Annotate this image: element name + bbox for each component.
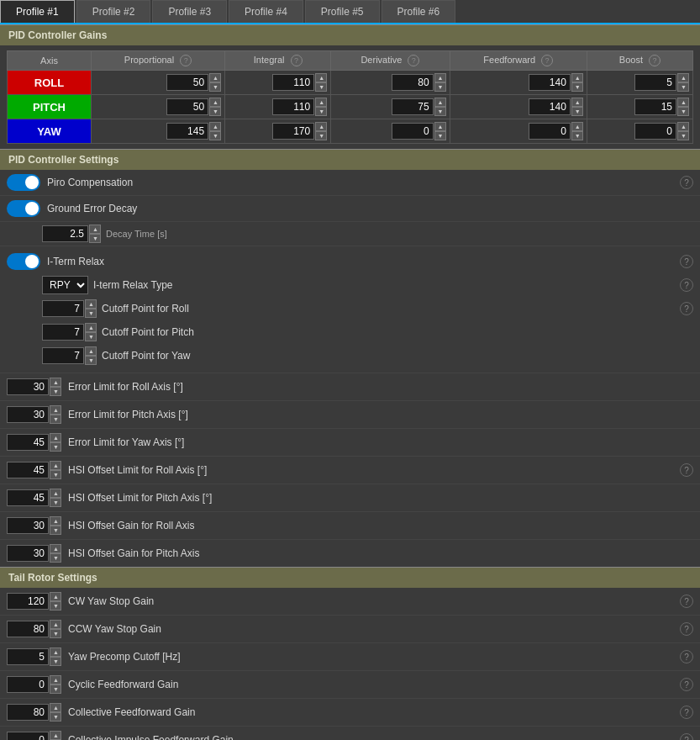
boost-input-roll[interactable] (634, 74, 676, 91)
hsi_offset_roll-help-btn[interactable]: ? (680, 463, 693, 477)
integral-up-pitch[interactable]: ▲ (315, 98, 327, 107)
integral-spin-pitch[interactable]: ▲ ▼ (229, 98, 327, 116)
tail-input-4[interactable] (7, 704, 49, 721)
boost-up-pitch[interactable]: ▲ (677, 98, 689, 107)
proportional-up-pitch[interactable]: ▲ (209, 98, 221, 107)
iterm-type-help-btn[interactable]: ? (680, 278, 693, 292)
error_limit_pitch-spin[interactable]: ▲ ▼ (7, 405, 61, 424)
tail-input-3[interactable] (7, 676, 49, 693)
hsi_gain_roll-down[interactable]: ▼ (50, 526, 61, 535)
piro-toggle[interactable] (7, 174, 40, 191)
feedforward-info-icon[interactable]: ? (541, 55, 553, 66)
tail-help-5[interactable]: ? (680, 733, 693, 740)
error_limit_roll-spin[interactable]: ▲ ▼ (7, 378, 61, 396)
derivative-down-roll[interactable]: ▼ (434, 82, 446, 92)
tail-down-2[interactable]: ▼ (50, 657, 61, 666)
boost-input-yaw[interactable] (634, 123, 676, 140)
tail-input-1[interactable] (7, 621, 49, 637)
tail-spin-0[interactable]: ▲ ▼ (7, 592, 61, 610)
tail-up-5[interactable]: ▲ (50, 731, 61, 740)
tail-spin-3[interactable]: ▲ ▼ (7, 675, 61, 694)
tab-profile3[interactable]: Profile #3 (152, 0, 227, 23)
hsi_gain_pitch-input[interactable] (7, 545, 49, 562)
integral-spin-yaw[interactable]: ▲ ▼ (229, 122, 327, 140)
hsi_gain_roll-spin[interactable]: ▲ ▼ (7, 516, 61, 535)
tail-help-4[interactable]: ? (680, 706, 693, 719)
tail-spin-4[interactable]: ▲ ▼ (7, 703, 61, 722)
boost-up-yaw[interactable]: ▲ (677, 122, 689, 131)
error_limit_pitch-down[interactable]: ▼ (50, 415, 61, 424)
tail-up-1[interactable]: ▲ (50, 620, 61, 629)
derivative-info-icon[interactable]: ? (408, 55, 419, 66)
error_limit_yaw-down[interactable]: ▼ (50, 442, 61, 452)
error_limit_roll-input[interactable] (7, 378, 49, 395)
boost-spin-pitch[interactable]: ▲ ▼ (591, 98, 689, 116)
proportional-up-yaw[interactable]: ▲ (209, 122, 221, 131)
proportional-input-yaw[interactable] (166, 123, 208, 140)
tab-profile4[interactable]: Profile #4 (229, 0, 303, 23)
hsi_offset_pitch-down[interactable]: ▼ (50, 498, 61, 507)
derivative-up-pitch[interactable]: ▲ (434, 98, 446, 107)
error_limit_yaw-up[interactable]: ▲ (50, 433, 61, 442)
boost-down-yaw[interactable]: ▼ (677, 131, 689, 140)
tail-input-5[interactable] (7, 732, 49, 740)
derivative-input-pitch[interactable] (392, 98, 434, 115)
derivative-spin-roll[interactable]: ▲ ▼ (334, 73, 445, 92)
error_limit_roll-down[interactable]: ▼ (50, 387, 61, 396)
feedforward-spin-yaw[interactable]: ▲ ▼ (454, 122, 583, 140)
tail-down-4[interactable]: ▼ (50, 712, 61, 722)
cutoff-pitch-down[interactable]: ▼ (85, 332, 97, 341)
tail-help-1[interactable]: ? (680, 622, 693, 636)
cutoff-yaw-spin[interactable]: ▲ ▼ (42, 346, 97, 365)
cutoff-roll-spin[interactable]: ▲ ▼ (42, 299, 97, 318)
tab-profile5[interactable]: Profile #5 (305, 0, 380, 23)
boost-spin-yaw[interactable]: ▲ ▼ (591, 122, 689, 140)
derivative-down-yaw[interactable]: ▼ (434, 131, 446, 140)
cutoff-roll-down[interactable]: ▼ (85, 309, 97, 318)
integral-spin-roll[interactable]: ▲ ▼ (229, 73, 327, 92)
integral-down-roll[interactable]: ▼ (315, 82, 327, 92)
tail-up-0[interactable]: ▲ (50, 592, 61, 601)
ground-decay-spin[interactable]: ▲ ▼ (42, 225, 101, 243)
derivative-spin-yaw[interactable]: ▲ ▼ (334, 122, 445, 140)
derivative-up-yaw[interactable]: ▲ (434, 122, 446, 131)
ground-decay-up[interactable]: ▲ (89, 225, 101, 234)
piro-help-btn[interactable]: ? (680, 176, 693, 189)
boost-spin-roll[interactable]: ▲ ▼ (591, 73, 689, 92)
hsi_offset_roll-spin[interactable]: ▲ ▼ (7, 461, 61, 479)
tail-spin-2[interactable]: ▲ ▼ (7, 648, 61, 666)
iterm-toggle-track[interactable] (7, 253, 40, 270)
integral-down-pitch[interactable]: ▼ (315, 107, 327, 116)
ground-decay-down[interactable]: ▼ (89, 234, 101, 243)
iterm-toggle[interactable] (7, 253, 40, 270)
cutoff-yaw-down[interactable]: ▼ (85, 356, 97, 365)
cutoff-yaw-up[interactable]: ▲ (85, 346, 97, 356)
error_limit_pitch-input[interactable] (7, 406, 49, 423)
derivative-input-roll[interactable] (392, 74, 434, 91)
feedforward-down-pitch[interactable]: ▼ (571, 107, 583, 116)
iterm-type-select[interactable]: RPYRPY (42, 276, 88, 294)
cutoff-roll-help-btn[interactable]: ? (680, 302, 693, 315)
feedforward-input-roll[interactable] (529, 74, 571, 91)
tail-input-2[interactable] (7, 648, 49, 665)
integral-up-roll[interactable]: ▲ (315, 73, 327, 82)
feedforward-up-yaw[interactable]: ▲ (571, 122, 583, 131)
feedforward-input-yaw[interactable] (529, 123, 571, 140)
tail-up-4[interactable]: ▲ (50, 703, 61, 712)
boost-down-roll[interactable]: ▼ (677, 82, 689, 92)
proportional-spin-roll[interactable]: ▲ ▼ (95, 73, 221, 92)
integral-input-pitch[interactable] (272, 98, 314, 115)
error_limit_yaw-spin[interactable]: ▲ ▼ (7, 433, 61, 452)
error_limit_yaw-input[interactable] (7, 434, 49, 451)
feedforward-spin-pitch[interactable]: ▲ ▼ (454, 98, 583, 116)
hsi_offset_roll-up[interactable]: ▲ (50, 461, 61, 470)
ground-decay-toggle-track[interactable] (7, 200, 40, 217)
hsi_offset_pitch-spin[interactable]: ▲ ▼ (7, 489, 61, 507)
integral-input-yaw[interactable] (272, 123, 314, 140)
tail-help-3[interactable]: ? (680, 678, 693, 691)
boost-info-icon[interactable]: ? (649, 55, 661, 66)
feedforward-down-yaw[interactable]: ▼ (571, 131, 583, 140)
tail-help-0[interactable]: ? (680, 595, 693, 608)
cutoff-yaw-input[interactable] (42, 347, 84, 364)
piro-toggle-track[interactable] (7, 174, 40, 191)
